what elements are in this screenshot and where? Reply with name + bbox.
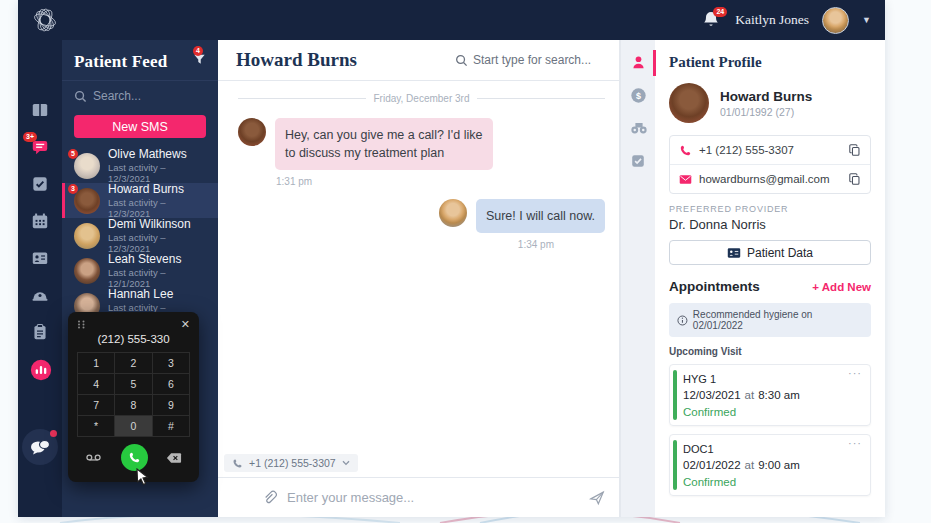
message-input-bar	[218, 477, 619, 517]
dial-key[interactable]: 7	[78, 395, 115, 416]
person-icon	[630, 54, 647, 71]
sidebar-item-messages[interactable]: 3+	[30, 137, 50, 157]
visit-status: Confirmed	[683, 406, 860, 418]
close-icon[interactable]: ✕	[181, 319, 190, 330]
message-list: Hey, can you give me a call? I'd like to…	[238, 118, 605, 262]
chat-panel: Howard Burns Friday, December 3rd	[218, 40, 620, 517]
patient-avatar	[74, 153, 100, 179]
dial-key[interactable]: 4	[78, 374, 115, 395]
dial-key[interactable]: 0	[115, 416, 152, 437]
tab-billing[interactable]: $	[630, 87, 647, 104]
left-sidebar: 3+	[18, 40, 62, 517]
dial-key[interactable]: 5	[115, 374, 152, 395]
sidebar-item-patient-card[interactable]	[30, 248, 50, 268]
visit-date: 02/01/2022	[683, 459, 741, 471]
chat-launcher-icon	[30, 438, 50, 456]
patient-list: 5 Olive Mathews Last activity – 12/3/202…	[62, 148, 218, 323]
chat-search-input[interactable]	[473, 53, 603, 67]
visit-menu-button[interactable]: ···	[848, 437, 862, 449]
appointments-title: Appointments	[669, 279, 760, 294]
sidebar-item-dashboard[interactable]	[30, 100, 50, 120]
visit-datetime: 02/01/2022at9:00 am	[683, 459, 860, 471]
profile-phone: +1 (212) 555-3307	[699, 144, 794, 156]
checkbox-icon	[630, 153, 646, 169]
visit-at-label: at	[741, 389, 759, 401]
copy-icon[interactable]	[848, 172, 861, 186]
phone-line-number: +1 (212) 555-3307	[249, 457, 336, 469]
visit-at-label: at	[741, 459, 759, 471]
message-avatar	[238, 118, 266, 146]
message-row: Sure! I will call now.	[238, 199, 605, 233]
patient-list-item[interactable]: 3 Howard Burns Last activity – 12/3/2021	[62, 183, 218, 218]
chevron-down-icon[interactable]: ▼	[862, 15, 871, 25]
dial-key[interactable]: *	[78, 416, 115, 437]
sidebar-item-analytics[interactable]	[30, 359, 50, 379]
patient-last-activity: Last activity – 12/3/2021	[108, 162, 210, 184]
tab-search-patients[interactable]	[630, 120, 647, 137]
patient-card-icon	[30, 248, 50, 268]
tab-tasks[interactable]	[630, 153, 647, 170]
binoculars-icon	[630, 120, 648, 135]
dial-key[interactable]: 3	[153, 353, 190, 374]
dial-key[interactable]: 8	[115, 395, 152, 416]
profile-email: howardburns@gmail.com	[699, 173, 830, 185]
sidebar-item-forms[interactable]	[30, 322, 50, 342]
phone-line-selector[interactable]: +1 (212) 555-3307	[224, 454, 358, 472]
chat-launcher-button[interactable]	[22, 429, 58, 465]
send-icon[interactable]	[589, 490, 605, 506]
sidebar-item-calendar[interactable]	[30, 211, 50, 231]
patient-avatar	[74, 223, 100, 249]
tasks-icon	[30, 174, 50, 194]
patient-data-button[interactable]: Patient Data	[669, 240, 871, 265]
visit-date: 12/03/2021	[683, 389, 741, 401]
attachment-icon[interactable]	[262, 490, 277, 506]
sidebar-item-voicemail[interactable]	[30, 285, 50, 305]
patient-list-item[interactable]: Demi Wilkinson Last activity – 12/3/2021	[62, 218, 218, 253]
patient-last-activity: Last activity – 12/3/2021	[108, 232, 210, 254]
copy-icon[interactable]	[848, 143, 861, 157]
dashboard-icon	[30, 100, 50, 120]
phone-icon	[232, 458, 243, 469]
dial-key[interactable]: 1	[78, 353, 115, 374]
notification-badge: 24	[713, 7, 727, 17]
clipboard-icon	[30, 322, 50, 342]
profile-avatar	[669, 83, 709, 123]
voicemail-icon[interactable]	[85, 452, 102, 464]
chat-search[interactable]	[455, 53, 603, 67]
message-input[interactable]	[287, 490, 579, 505]
messages-badge: 3+	[23, 132, 37, 142]
add-new-appointment-button[interactable]: + Add New	[812, 281, 871, 293]
dial-key[interactable]: 2	[115, 353, 152, 374]
profile-dob: 01/01/1992 (27)	[720, 106, 812, 118]
new-sms-button[interactable]: New SMS	[74, 115, 206, 138]
drag-handle-icon[interactable]	[77, 320, 86, 329]
app-logo-icon[interactable]	[30, 5, 60, 35]
feed-search[interactable]	[62, 80, 218, 113]
hygiene-banner: Recommended hygiene on 02/01/2022	[669, 303, 871, 337]
feed-search-input[interactable]	[93, 89, 203, 103]
dial-key[interactable]: 9	[153, 395, 190, 416]
backspace-icon[interactable]	[166, 452, 182, 464]
patient-list-item[interactable]: 5 Olive Mathews Last activity – 12/3/202…	[62, 148, 218, 183]
feed-filter-button[interactable]: 4	[192, 52, 208, 68]
message-bubble: Sure! I will call now.	[476, 199, 605, 233]
sidebar-item-tasks[interactable]	[30, 174, 50, 194]
tab-patient-profile[interactable]	[630, 54, 647, 71]
patient-list-item[interactable]: Leah Stevens Last activity – 12/1/2021	[62, 253, 218, 288]
notifications-button[interactable]: 24	[702, 10, 722, 30]
calendar-icon	[30, 211, 50, 231]
dial-keypad: 1 2 3 4 5 6 7 8 9 *	[77, 352, 190, 437]
dial-key[interactable]: #	[153, 416, 190, 437]
chevron-down-icon	[342, 460, 350, 466]
call-button[interactable]	[121, 444, 148, 471]
dial-key[interactable]: 6	[153, 374, 190, 395]
patient-avatar	[74, 258, 100, 284]
user-avatar[interactable]	[822, 7, 849, 34]
patient-profile-panel: Patient Profile Howard Burns 01/01/1992 …	[655, 40, 885, 517]
phone-icon	[128, 451, 141, 464]
user-name: Kaitlyn Jones	[735, 12, 809, 28]
patient-name: Howard Burns	[108, 182, 210, 196]
analytics-icon	[30, 359, 52, 381]
message-history: Friday, December 3rd Hey, can you give m…	[218, 81, 619, 454]
visit-menu-button[interactable]: ···	[848, 367, 862, 379]
